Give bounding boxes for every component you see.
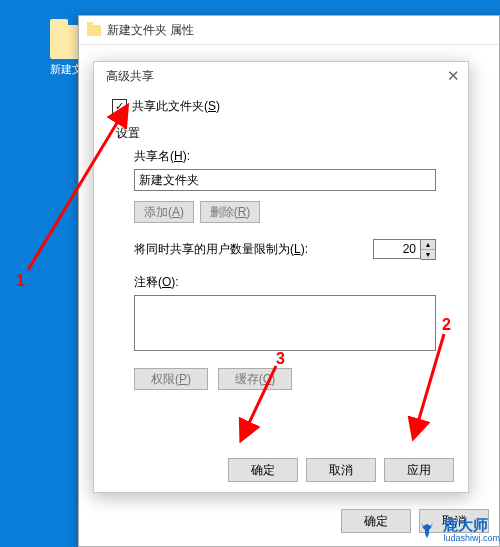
advanced-sharing-title: 高级共享 [106, 68, 154, 85]
properties-titlebar[interactable]: 新建文件夹 属性 [79, 16, 499, 45]
share-name-label: 共享名(H): [134, 148, 450, 165]
permissions-button[interactable]: 权限(P) [134, 368, 208, 390]
caching-button[interactable]: 缓存(C) [218, 368, 292, 390]
deer-icon [415, 518, 439, 542]
annotation-number-1: 1 [16, 272, 25, 290]
share-folder-checkbox-label: 共享此文件夹(S) [132, 98, 220, 115]
share-folder-checkbox-row[interactable]: ✓ 共享此文件夹(S) [112, 98, 450, 115]
advanced-sharing-titlebar[interactable]: 高级共享 ✕ [94, 62, 468, 90]
ok-button[interactable]: 确定 [228, 458, 298, 482]
spinner-up-icon[interactable]: ▲ [421, 240, 435, 250]
annotation-number-2: 2 [442, 316, 451, 334]
user-limit-input[interactable] [373, 239, 421, 259]
cancel-button[interactable]: 取消 [306, 458, 376, 482]
folder-icon [87, 25, 101, 36]
comment-textarea[interactable] [134, 295, 436, 351]
properties-title: 新建文件夹 属性 [107, 16, 194, 44]
annotation-number-3: 3 [276, 350, 285, 368]
add-share-button[interactable]: 添加(A) [134, 201, 194, 223]
spinner-down-icon[interactable]: ▼ [421, 250, 435, 259]
close-icon[interactable]: ✕ [444, 67, 462, 85]
properties-window: 新建文件夹 属性 高级共享 ✕ ✓ 共享此文件夹(S) 设置 共享名(H): [78, 15, 500, 547]
share-folder-checkbox[interactable]: ✓ [112, 99, 127, 114]
remove-share-button[interactable]: 删除(R) [200, 201, 260, 223]
user-limit-label: 将同时共享的用户数量限制为(L): [134, 241, 308, 258]
comment-label: 注释(O): [134, 274, 450, 291]
user-limit-spinner[interactable]: ▲ ▼ [373, 239, 436, 260]
watermark-logo: 鹿大师 ludashiwj.com [415, 516, 500, 543]
watermark-url: ludashiwj.com [443, 533, 500, 543]
settings-group-label: 设置 [116, 125, 450, 142]
share-name-input[interactable] [134, 169, 436, 191]
apply-button[interactable]: 应用 [384, 458, 454, 482]
advanced-sharing-dialog: 高级共享 ✕ ✓ 共享此文件夹(S) 设置 共享名(H): [93, 61, 469, 493]
outer-ok-button[interactable]: 确定 [341, 509, 411, 533]
watermark-brand: 鹿大师 [443, 516, 488, 533]
checkmark-icon: ✓ [115, 101, 124, 112]
